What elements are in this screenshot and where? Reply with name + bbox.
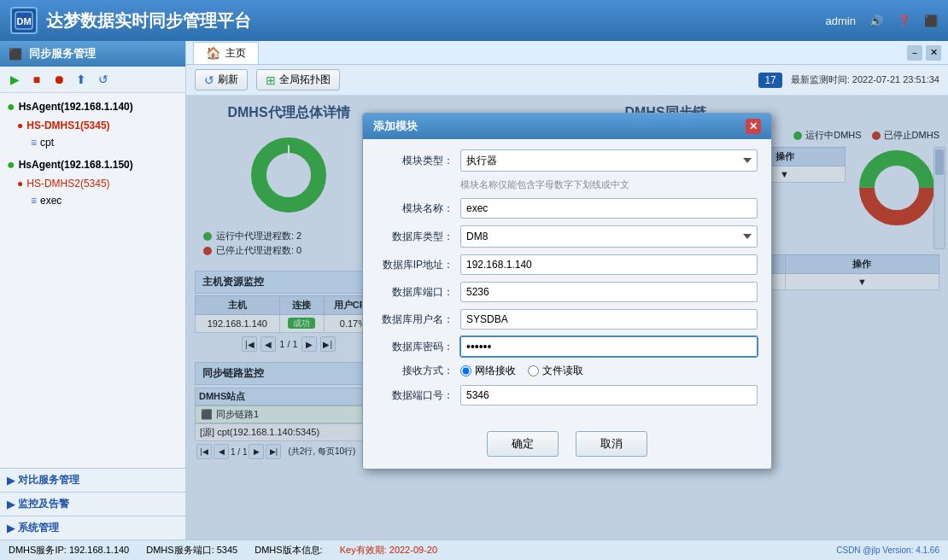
chevron-icon3: ▶ [7,522,15,534]
exec-module-icon: ≡ [31,195,37,207]
module-hint-row: 模块名称仅能包含字母数字下划线或中文 [377,178,758,191]
db-port-input[interactable] [460,282,758,302]
compare-label: 对比服务管理 [18,473,79,487]
agent1-status-icon: ● [7,99,15,114]
recv-file-label: 文件读取 [542,364,583,378]
home-icon: 🏠 [206,46,220,60]
tree-dmhs1[interactable]: ● HS-DMHS1(5345) [0,117,185,134]
db-user-label: 数据库用户名： [377,312,454,327]
sidebar: ⬛ 同步服务管理 ▶ ■ ⏺ ⬆ ↺ ● HsAgent(192.168.1.1… [0,41,186,540]
db-user-input[interactable] [460,309,758,330]
module-name-row: 模块名称： [377,198,758,219]
dmhs1-status-icon: ● [17,120,23,131]
dialog-close-btn[interactable]: ✕ [746,119,761,134]
dialog-body: 模块类型： 执行器 模块名称仅能包含字母数字下划线或中文 模块名称 [363,139,771,423]
tree-dmhs2[interactable]: ● HS-DMHS2(5345) [0,175,185,192]
refresh-button[interactable]: ↺ 刷新 [195,69,248,90]
tree-exec[interactable]: ≡ exec [0,192,185,209]
tree-cpt[interactable]: ≡ cpt [0,134,185,151]
dialog-footer: 确定 取消 [363,423,771,469]
upload-btn[interactable]: ⬆ [72,70,91,89]
play-btn[interactable]: ▶ [5,70,24,89]
dmhs1-label: HS-DMHS1(5345) [26,120,109,131]
recv-net-radio[interactable] [460,365,471,376]
badge-number: 17 [764,74,775,86]
sidebar-header-label: 同步服务管理 [29,46,96,61]
db-pwd-label: 数据库密码： [377,340,454,354]
key-expire: Key有效期: 2022-09-20 [340,544,437,557]
tab-home[interactable]: 🏠 主页 [193,42,259,64]
system-label: 系统管理 [18,521,59,535]
module-type-row: 模块类型： 执行器 [377,149,758,172]
db-port-row: 数据库端口： [377,282,758,302]
refresh-icon: ↺ [204,73,214,87]
recv-file-option[interactable]: 文件读取 [528,364,583,378]
db-ip-label: 数据库IP地址： [377,258,454,272]
tab-close-btn[interactable]: ✕ [926,45,941,61]
page-toolbar: ↺ 刷新 ⊞ 全局拓扑图 17 最新监测时间: 2022-07-21 23:51… [186,65,948,96]
system-section[interactable]: ▶ 系统管理 [0,516,185,540]
module-name-input[interactable] [460,198,758,219]
tab-bar: 🏠 主页 − ✕ [186,41,948,65]
data-port-label: 数据端口号： [377,388,454,403]
add-module-dialog: 添加模块 ✕ 模块类型： 执行器 [362,113,772,470]
module-type-label: 模块类型： [377,154,454,168]
db-type-label: 数据库类型： [377,230,454,244]
dialog-title: 添加模块 [373,119,418,134]
dmhs-ip: DMHS服务IP: 192.168.1.140 [9,544,129,557]
module-type-select[interactable]: 执行器 [460,149,758,172]
recv-net-option[interactable]: 网络接收 [460,364,516,378]
refresh-btn[interactable]: ↺ [94,70,113,89]
dmhs2-status-icon: ● [17,178,23,190]
db-ip-row: 数据库IP地址： [377,254,758,275]
tab-controls: − ✕ [907,45,941,61]
status-bar: DMHS服务IP: 192.168.1.140 DMHS服务端口: 5345 D… [0,540,948,560]
tree-agent1[interactable]: ● HsAgent(192.168.1.140) [0,96,185,117]
db-ip-input[interactable] [460,254,758,275]
data-port-row: 数据端口号： [377,385,758,405]
help-icon[interactable]: ❓ [897,15,910,27]
main-layout: ⬛ 同步服务管理 ▶ ■ ⏺ ⬆ ↺ ● HsAgent(192.168.1.1… [0,41,948,540]
recv-label: 接收方式： [377,364,454,378]
topo-button[interactable]: ⊞ 全局拓扑图 [256,69,340,90]
content-area: 🏠 主页 − ✕ ↺ 刷新 ⊞ 全局拓扑图 17 最新监测时间: 2022-07… [186,41,948,540]
refresh-label: 刷新 [218,73,238,87]
agent2-label: HsAgent(192.168.1.150) [19,159,133,171]
module-name-label: 模块名称： [377,201,454,216]
monitor-badge: 17 [758,73,781,88]
cpt-module-icon: ≡ [31,137,37,149]
agent2-status-icon: ● [7,157,15,172]
topo-icon: ⊞ [266,73,276,87]
recv-row: 接收方式： 网络接收 文件读取 [377,364,758,378]
dmhs2-label: HS-DMHS2(5345) [26,178,109,190]
dmhs-version: DMHS版本信息: [255,544,322,557]
tree-agent2[interactable]: ● HsAgent(192.168.1.150) [0,155,185,175]
confirm-btn[interactable]: 确定 [487,431,559,457]
dialog-title-bar: 添加模块 ✕ [363,114,771,139]
monitor-section[interactable]: ▶ 监控及告警 [0,492,185,516]
app-logo: DM [10,7,38,34]
topo-label: 全局拓扑图 [279,73,331,87]
db-pwd-input[interactable] [460,336,758,357]
cpt-label: cpt [40,137,54,149]
cancel-btn[interactable]: 取消 [576,431,647,457]
tab-minimize-btn[interactable]: − [907,45,922,61]
monitor-label: 监控及告警 [18,497,69,511]
db-type-row: 数据库类型： DM8 [377,225,758,248]
recv-net-label: 网络接收 [475,364,516,378]
recv-file-radio[interactable] [528,365,539,376]
db-type-select[interactable]: DM8 [460,225,758,248]
compare-section[interactable]: ▶ 对比服务管理 [0,468,185,492]
recv-radio-group: 网络接收 文件读取 [460,364,758,378]
brand-label: CSDN @jlp Version: 4.1.66 [836,545,939,555]
volume-icon[interactable]: 🔊 [869,15,883,27]
chevron-icon: ▶ [7,475,15,487]
chevron-icon2: ▶ [7,499,15,510]
data-port-input[interactable] [460,385,758,405]
exec-label: exec [40,195,61,207]
sidebar-toolbar: ▶ ■ ⏺ ⬆ ↺ [0,67,185,93]
exit-icon[interactable]: ⬛ [924,15,938,27]
stop-btn[interactable]: ■ [27,70,46,89]
sidebar-header: ⬛ 同步服务管理 [0,41,185,67]
record-btn[interactable]: ⏺ [50,70,68,89]
